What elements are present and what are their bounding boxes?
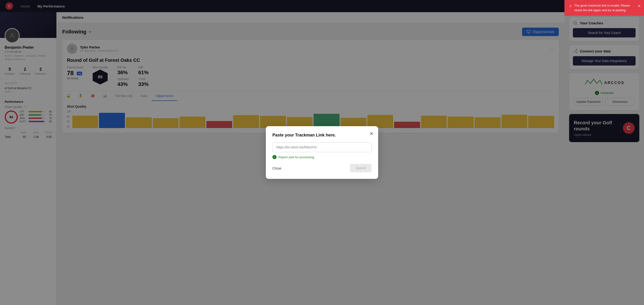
success-icon: ✓: [272, 155, 276, 159]
trackman-modal: Paste your Trackman Link here. ✕ ✓ Repor…: [266, 126, 378, 179]
modal-close-x-button[interactable]: ✕: [370, 131, 374, 136]
warning-icon: ⚠: [569, 4, 572, 8]
error-toast: ⚠ The given trackman link is invalid. Pl…: [564, 0, 644, 16]
toast-close-button[interactable]: ✕: [638, 3, 641, 9]
modal-actions: Close Submit: [272, 164, 372, 172]
modal-overlay[interactable]: Paste your Trackman Link here. ✕ ✓ Repor…: [0, 0, 644, 305]
trackman-link-input[interactable]: [272, 142, 372, 152]
modal-close-button[interactable]: Close: [272, 166, 281, 170]
modal-success-message: ✓ Report sent for processing: [272, 155, 372, 159]
modal-title: Paste your Trackman Link here.: [272, 133, 372, 138]
modal-submit-button[interactable]: Submit: [350, 164, 372, 172]
